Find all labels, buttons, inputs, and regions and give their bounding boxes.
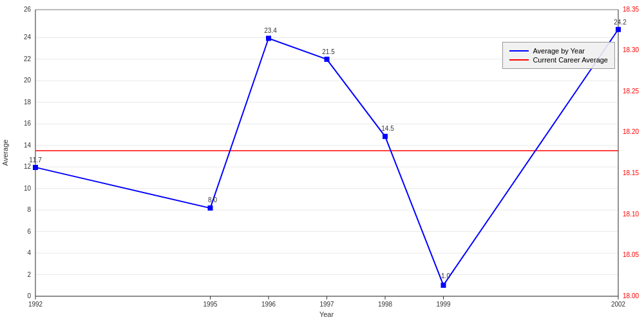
svg-text:18.10: 18.10 bbox=[623, 211, 639, 218]
label-2002: 24.2 bbox=[614, 19, 627, 26]
svg-text:18.05: 18.05 bbox=[623, 251, 639, 258]
svg-text:24: 24 bbox=[24, 33, 32, 41]
svg-text:18: 18 bbox=[24, 99, 32, 106]
svg-text:22: 22 bbox=[24, 55, 32, 62]
svg-text:1996: 1996 bbox=[261, 301, 276, 308]
svg-text:12: 12 bbox=[24, 163, 32, 170]
legend-label-avg: Average by Year bbox=[533, 47, 585, 55]
svg-text:16: 16 bbox=[24, 120, 32, 127]
svg-text:0: 0 bbox=[27, 292, 31, 299]
legend-label-career: Current Career Average bbox=[533, 56, 608, 64]
svg-text:Average: Average bbox=[1, 140, 9, 166]
label-1995: 8.0 bbox=[208, 196, 217, 204]
svg-text:18.25: 18.25 bbox=[623, 88, 639, 95]
data-point-2002 bbox=[616, 27, 621, 32]
svg-text:14: 14 bbox=[24, 142, 32, 149]
data-point-1992 bbox=[33, 165, 38, 170]
svg-text:18.35: 18.35 bbox=[623, 6, 639, 13]
svg-text:4: 4 bbox=[27, 249, 31, 256]
svg-text:2002: 2002 bbox=[611, 301, 626, 308]
data-point-1995 bbox=[208, 205, 213, 211]
label-1997: 21.5 bbox=[322, 48, 335, 55]
svg-text:26: 26 bbox=[24, 6, 32, 13]
svg-text:Year: Year bbox=[319, 310, 334, 318]
svg-text:18.00: 18.00 bbox=[623, 292, 639, 299]
chart-container: 0 2 4 6 8 10 12 14 16 18 20 22 24 26 Ave… bbox=[0, 0, 644, 322]
legend-item-avg: Average by Year bbox=[509, 47, 608, 55]
label-1996: 23.4 bbox=[264, 27, 277, 34]
svg-text:1992: 1992 bbox=[28, 301, 43, 308]
svg-text:18.15: 18.15 bbox=[623, 169, 639, 176]
svg-text:1995: 1995 bbox=[203, 301, 218, 308]
svg-text:18.20: 18.20 bbox=[623, 128, 639, 135]
label-1999: 1.0 bbox=[441, 272, 450, 279]
legend-line-blue bbox=[509, 50, 529, 52]
svg-text:10: 10 bbox=[24, 185, 32, 192]
legend-item-career: Current Career Average bbox=[509, 56, 608, 64]
legend-box: Average by Year Current Career Average bbox=[502, 42, 615, 69]
svg-text:1997: 1997 bbox=[319, 301, 334, 308]
data-point-1996 bbox=[266, 36, 271, 41]
svg-text:8: 8 bbox=[27, 206, 31, 213]
svg-text:20: 20 bbox=[24, 77, 32, 84]
svg-text:2: 2 bbox=[27, 271, 31, 278]
label-1998: 14.5 bbox=[381, 125, 394, 132]
data-point-1997 bbox=[325, 57, 330, 62]
svg-text:6: 6 bbox=[27, 228, 31, 235]
svg-text:18.30: 18.30 bbox=[623, 46, 639, 53]
legend-line-red bbox=[509, 59, 529, 61]
svg-text:1999: 1999 bbox=[436, 301, 451, 308]
svg-text:1998: 1998 bbox=[378, 301, 393, 308]
data-point-1999 bbox=[441, 283, 446, 288]
data-point-1998 bbox=[383, 134, 388, 139]
label-1992: 11.7 bbox=[29, 156, 42, 164]
